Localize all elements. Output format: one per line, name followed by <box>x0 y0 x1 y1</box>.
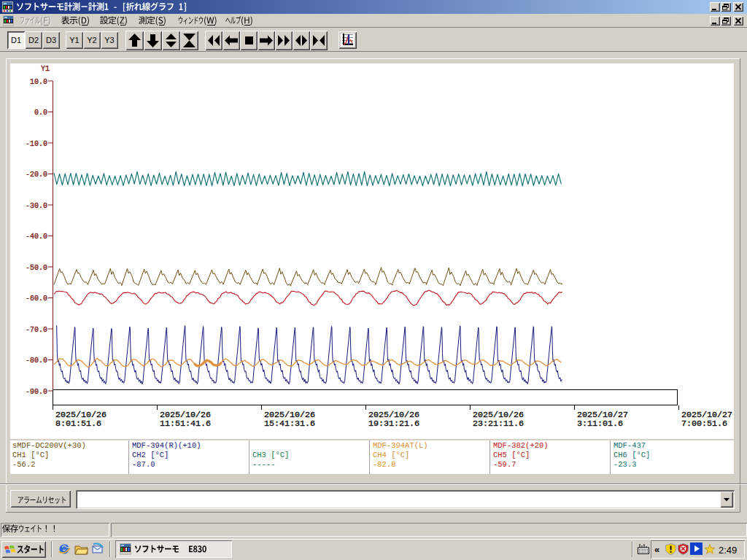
svg-text:3:11:01.6: 3:11:01.6 <box>577 419 623 429</box>
svg-text:-40.0: -40.0 <box>26 233 47 241</box>
svg-text:8:01:51.6: 8:01:51.6 <box>55 419 101 429</box>
svg-text:-50.0: -50.0 <box>26 264 47 272</box>
svg-text:19:31:21.6: 19:31:21.6 <box>368 419 419 429</box>
svg-text:7:00:51.6: 7:00:51.6 <box>681 419 727 429</box>
svg-text:-70.0: -70.0 <box>26 326 47 334</box>
svg-text:0.0: 0.0 <box>34 109 47 117</box>
svg-text:-30.0: -30.0 <box>26 202 47 210</box>
svg-text:10.0: 10.0 <box>30 78 47 86</box>
svg-text:-10.0: -10.0 <box>26 140 47 148</box>
svg-text:-20.0: -20.0 <box>26 171 47 179</box>
svg-text:23:21:11.6: 23:21:11.6 <box>473 419 524 429</box>
svg-text:-60.0: -60.0 <box>26 295 47 303</box>
svg-text:Y1: Y1 <box>41 65 50 73</box>
svg-text:-80.0: -80.0 <box>26 357 47 365</box>
svg-text:-90.0: -90.0 <box>26 388 47 396</box>
svg-text:11:51:41.6: 11:51:41.6 <box>160 419 211 429</box>
svg-text:15:41:31.6: 15:41:31.6 <box>264 419 315 429</box>
